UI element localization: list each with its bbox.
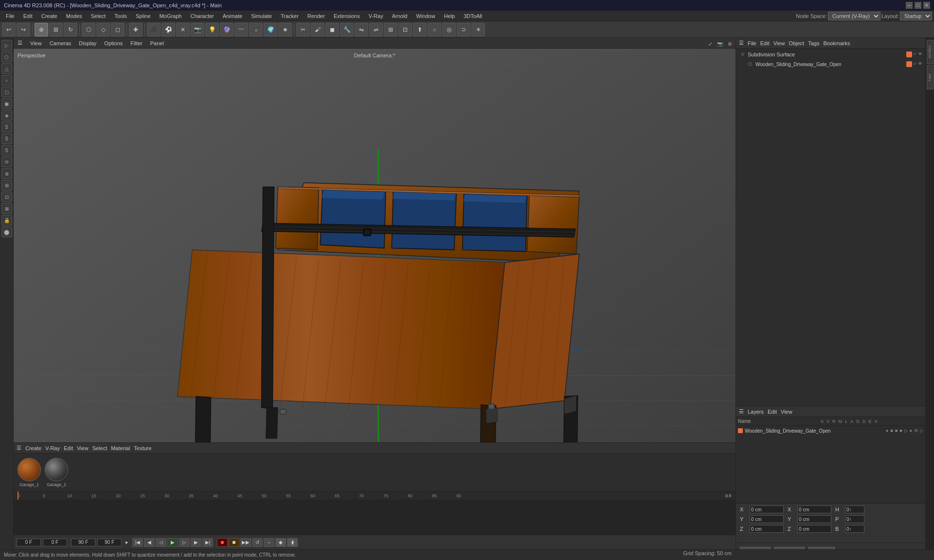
left-tool-7[interactable]: ◈ [1,110,12,121]
menu-create[interactable]: Create [37,12,61,20]
mirror-tool[interactable]: ⇌ [369,23,383,36]
coord-x-pos[interactable] [750,506,784,513]
mat-menu-edit[interactable]: Edit [64,445,73,451]
menu-file[interactable]: File [2,12,18,20]
playback-end-input[interactable] [97,539,122,546]
keyframe-all-btn[interactable]: ⧫ [287,538,298,547]
move-tool[interactable]: ⊕ [35,23,48,36]
left-tool-4[interactable]: ○ [1,75,12,86]
extrude-tool[interactable]: ⬆ [413,23,427,36]
play-btn[interactable]: ▶ [167,538,178,547]
spline-tool[interactable]: 〰 [234,23,248,36]
left-tool-16[interactable]: 🔒 [1,215,12,226]
ring-select[interactable]: ◎ [442,23,456,36]
viewport-camera-icon[interactable]: 📷 [716,40,724,48]
scale-tool[interactable]: ⊞ [49,23,63,36]
bounce-btn[interactable]: ↔ [264,538,274,547]
menu-spline[interactable]: Spline [132,12,155,20]
left-tool-17[interactable]: ⬤ [1,227,12,237]
layer-item-gate[interactable]: Wooden_Sliding_Driveway_Gate_Open ● ■ ■ … [736,426,925,436]
om-hamburger[interactable]: ☰ [739,40,744,46]
lm-hamburger[interactable]: ☰ [739,408,744,415]
loop-select[interactable]: ○ [428,23,441,36]
material-item-2[interactable]: Garage_2 [45,458,68,487]
close-button[interactable]: ✕ [923,2,930,9]
viewport-menu-display[interactable]: Display [79,40,96,46]
end-frame-input[interactable] [71,539,95,546]
live-btn[interactable]: ☀ [471,23,485,36]
rotate-tool[interactable]: ↻ [64,23,77,36]
om-menu-tags[interactable]: Tags [808,40,819,46]
deformer-tool[interactable]: ⬦ [249,23,263,36]
left-tool-12[interactable]: ⊕ [1,168,12,179]
edge-attrs[interactable]: Attrs [927,65,934,89]
mat-menu-vray[interactable]: V-Ray [45,445,60,451]
coord-y-pos[interactable] [750,515,784,523]
viewport-menu-filter[interactable]: Filter [130,40,142,46]
left-tool-5[interactable]: ◻ [1,87,12,97]
record-auto-btn[interactable]: ⏺ [229,538,239,547]
om-menu-object[interactable]: Object [789,40,804,46]
viewport-menu-view[interactable]: View [30,40,42,46]
menu-edit[interactable]: Edit [19,12,36,20]
undo-button[interactable]: ↩ [2,23,16,36]
om-menu-view[interactable]: View [773,40,785,46]
om-menu-bookmarks[interactable]: Bookmarks [823,40,850,46]
sphere-tool[interactable]: ⚽ [162,23,175,36]
menu-arnold[interactable]: Arnold [388,12,412,20]
snap-tool[interactable]: 🔧 [340,23,354,36]
object-item-gate[interactable]: ⬡ Wooden_Sliding_Driveway_Gate_Open ✓ 👁 [737,59,924,69]
hamburger-menu[interactable]: ☰ [18,40,22,46]
om-menu-file[interactable]: File [748,40,756,46]
coord-y-p[interactable] [845,515,864,523]
left-tool-14[interactable]: ⊡ [1,192,12,202]
menu-vray[interactable]: V-Ray [365,12,387,20]
prev-frame-btn[interactable]: ◀ [144,538,155,547]
play-fwd-btn[interactable]: ▶▶ [240,538,251,547]
menu-tracker[interactable]: Tracker [277,12,303,20]
fill-tool[interactable]: ◼ [325,23,339,36]
left-tool-2[interactable]: ⬡ [1,52,12,62]
viewport-expand-icon[interactable]: ⤢ [706,40,714,48]
knife-tool[interactable]: ✂ [296,23,310,36]
light-tool[interactable]: 💡 [205,23,219,36]
menu-3dtall[interactable]: 3DToAll [460,12,486,20]
left-tool-1[interactable]: ▷ [1,40,12,51]
edge-objects[interactable]: Objects [927,40,934,64]
node-space-select[interactable]: Current (V-Ray) [828,12,880,20]
mat-menu-view[interactable]: View [77,445,89,451]
menu-modes[interactable]: Modes [62,12,86,20]
object-item-subdivision[interactable]: ▽ Subdivision Surface ✓ 👁 [737,50,924,59]
keyframe-btn[interactable]: ◆ [275,538,286,547]
loop-btn[interactable]: ↺ [252,538,263,547]
edge-mode[interactable]: ◇ [96,23,110,36]
fx-tool[interactable]: ★ [278,23,292,36]
viewport-menu-options[interactable]: Options [104,40,123,46]
material-item-1[interactable]: Garage_1 [18,458,41,487]
lm-menu-edit[interactable]: Edit [768,409,777,415]
left-tool-3[interactable]: △ [1,63,12,74]
skip-end-btn[interactable]: ▶| [202,538,213,547]
menu-simulate[interactable]: Simulate [247,12,276,20]
brush-tool[interactable]: 🖌 [311,23,324,36]
menu-animate[interactable]: Animate [219,12,246,20]
viewport-settings-icon[interactable]: ⚙ [726,40,734,48]
mat-menu-select[interactable]: Select [92,445,108,451]
new-button[interactable]: ✚ [129,23,143,36]
timeline-track[interactable] [14,500,736,535]
left-tool-9[interactable]: S [1,133,12,144]
material-tool[interactable]: 🔮 [220,23,234,36]
cube-tool[interactable]: ⬛ [147,23,161,36]
menu-extensions[interactable]: Extensions [330,12,364,20]
left-tool-11[interactable]: ⟳ [1,157,12,167]
lm-menu-view[interactable]: View [781,409,792,415]
align-tool[interactable]: ⊞ [384,23,397,36]
coord-x-h[interactable] [845,506,864,513]
menu-character[interactable]: Character [186,12,217,20]
mat-hamburger[interactable]: ☰ [17,445,21,451]
object-mode[interactable]: ⬡ [82,23,95,36]
next-play-btn[interactable]: ▷ [179,538,190,547]
sym-tool[interactable]: ⇋ [355,23,368,36]
menu-select[interactable]: Select [87,12,110,20]
maximize-button[interactable]: □ [915,2,921,9]
